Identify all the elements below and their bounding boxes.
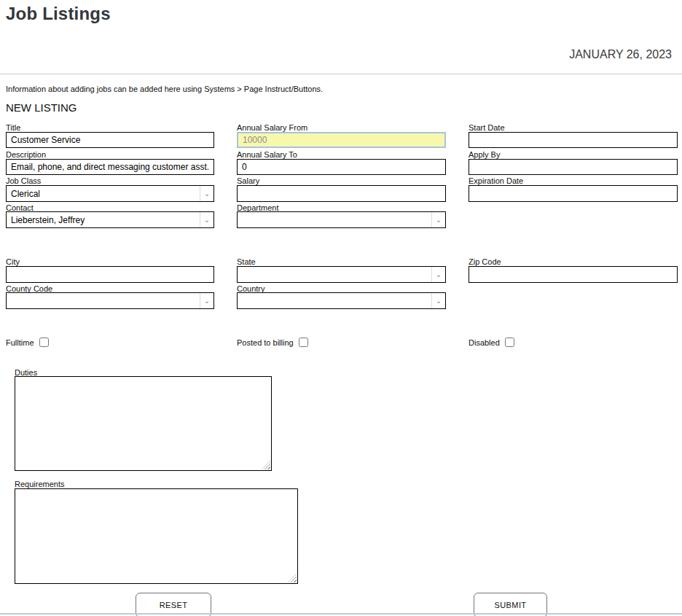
start-date-input[interactable] — [469, 132, 678, 148]
contact-selected-value: Lieberstein, Jeffrey — [7, 215, 200, 225]
page-instructions: Information about adding jobs can be add… — [6, 85, 323, 93]
annual-salary-to-label: Annual Salary To — [237, 150, 446, 159]
disabled-checkbox-row: Disabled — [469, 338, 514, 347]
salary-input[interactable] — [237, 185, 446, 202]
chevron-down-icon: ⌄ — [431, 267, 445, 282]
state-label: State — [237, 257, 446, 266]
job-listings-page: Job Listings JANUARY 26, 2023 Informatio… — [0, 0, 682, 616]
new-listing-heading: NEW LISTING — [6, 101, 77, 114]
annual-salary-to-input[interactable] — [237, 159, 446, 175]
title-input[interactable] — [6, 132, 214, 148]
chevron-down-icon: ⌄ — [431, 212, 445, 227]
annual-salary-from-label: Annual Salary From — [237, 123, 446, 132]
duties-textarea-wrap — [15, 376, 272, 471]
expiration-date-label: Expiration Date — [469, 176, 678, 185]
job-class-selected-value: Clerical — [7, 189, 200, 199]
disabled-checkbox[interactable] — [505, 338, 514, 347]
salary-label: Salary — [237, 176, 446, 185]
country-select[interactable]: ⌄ — [237, 292, 446, 309]
duties-textarea[interactable] — [15, 376, 272, 471]
county-code-select[interactable]: ⌄ — [6, 292, 214, 309]
posted-to-billing-label: Posted to billing — [237, 338, 294, 347]
fulltime-label: Fulltime — [6, 338, 34, 347]
description-label: Description — [6, 150, 214, 159]
chevron-down-icon: ⌄ — [200, 186, 213, 201]
expiration-date-input[interactable] — [469, 185, 678, 202]
start-date-label: Start Date — [469, 123, 678, 132]
job-class-label: Job Class — [6, 176, 214, 185]
posted-to-billing-checkbox-row: Posted to billing — [237, 338, 308, 347]
job-class-select[interactable]: Clerical ⌄ — [6, 185, 214, 202]
disabled-label: Disabled — [469, 338, 500, 347]
apply-by-input[interactable] — [469, 159, 678, 175]
description-input[interactable] — [6, 159, 214, 175]
chevron-down-icon: ⌄ — [431, 293, 445, 308]
bottom-divider — [0, 613, 682, 615]
contact-select[interactable]: Lieberstein, Jeffrey ⌄ — [6, 211, 214, 228]
zip-code-label: Zip Code — [469, 257, 678, 266]
city-input[interactable] — [6, 266, 214, 283]
chevron-down-icon: ⌄ — [200, 293, 213, 308]
state-select[interactable]: ⌄ — [237, 266, 446, 283]
department-select[interactable]: ⌄ — [237, 211, 446, 228]
page-date: JANUARY 26, 2023 — [569, 48, 672, 61]
title-label: Title — [6, 123, 214, 132]
page-title: Job Listings — [6, 4, 111, 24]
apply-by-label: Apply By — [469, 150, 678, 159]
requirements-textarea-wrap — [15, 488, 298, 584]
posted-to-billing-checkbox[interactable] — [299, 338, 308, 347]
chevron-down-icon: ⌄ — [200, 212, 213, 227]
annual-salary-from-input[interactable] — [237, 132, 446, 148]
city-label: City — [6, 257, 214, 266]
header-divider — [0, 74, 682, 74]
fulltime-checkbox-row: Fulltime — [6, 338, 49, 347]
zip-code-input[interactable] — [469, 266, 678, 283]
requirements-label: Requirements — [15, 480, 64, 488]
fulltime-checkbox[interactable] — [39, 338, 49, 347]
requirements-textarea[interactable] — [15, 488, 298, 584]
